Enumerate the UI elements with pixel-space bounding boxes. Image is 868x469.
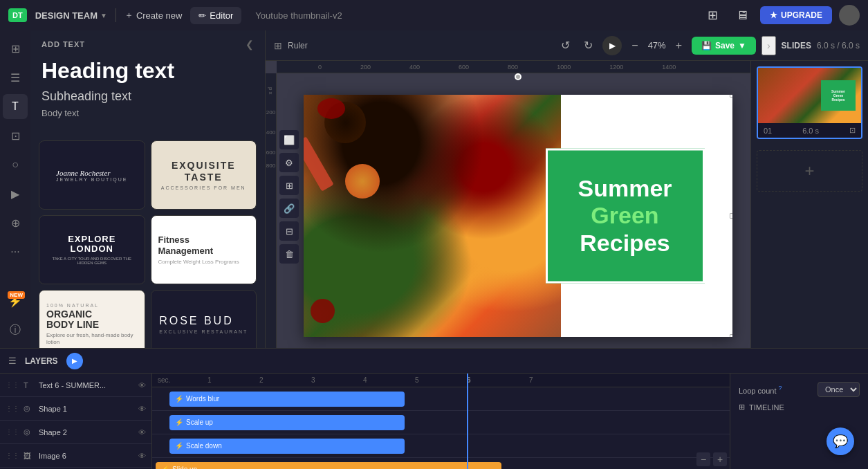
slide-01[interactable]: SummerGreenRecipes 01 6.0 s ⊡: [757, 66, 862, 139]
color-tool-button[interactable]: ⬜: [279, 130, 299, 149]
template-card-fitness[interactable]: FitnessManagement Complete Weight Loss P…: [151, 215, 257, 284]
sidebar-item-grid[interactable]: ⊞: [3, 36, 28, 61]
team-name[interactable]: DESIGN TEAM ▼: [35, 10, 107, 21]
team-chevron-icon: ▼: [100, 12, 107, 19]
template-card-exquisite[interactable]: EXQUISITETASTE ACCESSORIES FOR MEN: [151, 140, 257, 210]
zoom-out-button[interactable]: −: [627, 37, 642, 55]
handle-mr[interactable]: [730, 213, 732, 219]
time-ruler: sec. 1 2 3 4 5 6 7: [152, 374, 730, 387]
recipe-text: Summer Green Recipes: [578, 175, 672, 256]
template-exquisite-sub: ACCESSORIES FOR MEN: [161, 185, 246, 190]
canvas-element[interactable]: Summer Green Recipes: [304, 95, 732, 337]
monitor-icon-btn[interactable]: ⊞: [702, 4, 724, 26]
slide-number: 01: [764, 127, 772, 135]
editor-button[interactable]: ✏ Editor: [190, 7, 241, 24]
play-button[interactable]: ▶: [602, 36, 622, 55]
layers-label: LAYERS: [25, 356, 58, 366]
sidebar-item-text[interactable]: T: [3, 94, 28, 119]
eye-icon-text6[interactable]: 👁: [138, 381, 146, 389]
text-panel: ADD TEXT ❮ Heading text Subheading text …: [30, 30, 266, 348]
layer-name-text6[interactable]: Text 6 - SUMMER...: [39, 381, 134, 389]
timeline-play-button[interactable]: ▶: [66, 353, 83, 369]
slides-label: SLIDES: [782, 41, 811, 50]
screen-icon-btn[interactable]: 🖥: [731, 4, 753, 26]
zoom-in-button[interactable]: +: [672, 37, 686, 55]
handle-br[interactable]: [730, 334, 732, 337]
drag-icon[interactable]: ⋮⋮: [6, 381, 19, 389]
drag-icon[interactable]: ⋮⋮: [6, 452, 19, 459]
panel-close-button[interactable]: ❮: [246, 39, 254, 50]
thumb-green-box: SummerGreenRecipes: [821, 80, 856, 111]
template-card-joanne[interactable]: Joanne Rochester JEWELRY BOUTIQUE: [39, 140, 145, 210]
sidebar-item-media[interactable]: ▶: [3, 181, 28, 206]
subheading-text-option[interactable]: Subheading text: [41, 89, 254, 104]
layers-list: ⋮⋮ T Text 6 - SUMMER... 👁 ⋮⋮ ◎ Shape 1 👁…: [0, 374, 152, 469]
recipe-box[interactable]: Summer Green Recipes: [546, 148, 705, 283]
create-new-button[interactable]: ＋ Create new: [124, 9, 182, 21]
chat-button[interactable]: 💬: [827, 427, 854, 455]
timeline-right-panel: Loop count ? Once ⊞ TIMELINE: [730, 374, 868, 469]
track-bar-slide-up[interactable]: ⚡ Slide up: [156, 462, 501, 470]
timeline-label-btn[interactable]: ⊞ TIMELINE: [739, 403, 860, 412]
layers-tool-button[interactable]: ⊞: [279, 176, 299, 195]
template-card-explore[interactable]: EXPLORELONDON TAKE A CITY TOUR AND DISCO…: [39, 215, 145, 284]
layer-name-shape1[interactable]: Shape 1: [39, 405, 134, 413]
delete-tool-button[interactable]: 🗑: [279, 244, 299, 264]
chat-icon: 💬: [833, 434, 848, 449]
link-tool-button[interactable]: 🔗: [279, 199, 299, 218]
settings-tool-button[interactable]: ⚙: [279, 153, 299, 172]
sidebar-item-info[interactable]: ⓘ: [3, 318, 28, 342]
more-button[interactable]: ›: [761, 36, 776, 55]
template-organic-desc: Explore our fresh, hand-made body lotion: [46, 332, 138, 347]
undo-button[interactable]: ↺: [557, 36, 574, 55]
sidebar-item-apps[interactable]: ⚡ NEW: [3, 288, 28, 313]
body-text-option[interactable]: Body text: [41, 108, 254, 118]
track-bar-scale-up[interactable]: ⚡ Scale up: [169, 415, 405, 430]
track-bar-words-blur[interactable]: ⚡ Words blur: [169, 392, 405, 407]
layer-row-image6: ⋮⋮ 🖼 Image 6 👁: [0, 444, 151, 468]
sidebar-item-elements[interactable]: ⊡: [3, 123, 28, 148]
eye-icon-shape1[interactable]: 👁: [138, 405, 146, 413]
main-area: ⊞ ☰ T ⊡ ○ ▶ ⊕ ··· ⚡ NEW ⓘ ADD TEXT ❮ Hea…: [0, 30, 868, 348]
timeline-header: ☰ LAYERS ▶: [0, 349, 868, 374]
drag-icon[interactable]: ⋮⋮: [6, 428, 19, 436]
eye-icon-image6[interactable]: 👁: [138, 452, 146, 460]
loop-count-select[interactable]: Once: [818, 382, 860, 397]
redo-button[interactable]: ↻: [580, 36, 597, 55]
add-slide-button[interactable]: +: [757, 150, 862, 192]
heading-text-option[interactable]: Heading text: [41, 58, 254, 84]
template-card-organic[interactable]: 100% NATURAL ORGANICBODY LINE Explore ou…: [39, 290, 145, 348]
playhead-indicator: [515, 73, 521, 80]
sidebar-item-brand[interactable]: ⊕: [3, 210, 28, 235]
upgrade-button[interactable]: ★ UPGRADE: [760, 6, 832, 24]
animation-icon: ⚡: [161, 466, 169, 469]
canvas-tools: ⬜ ⚙ ⊞ 🔗 ⊟ 🗑: [279, 130, 299, 264]
track-plus-button[interactable]: +: [713, 452, 727, 466]
handle-tr[interactable]: [730, 95, 732, 98]
track-bar-scale-down[interactable]: ⚡ Scale down: [169, 439, 405, 454]
avatar[interactable]: [839, 5, 860, 26]
sidebar-item-layers[interactable]: ☰: [3, 65, 28, 90]
time-label-5: 5: [415, 376, 419, 384]
slide-options-icon[interactable]: ⊡: [849, 126, 856, 135]
sidebar-item-more[interactable]: ···: [3, 239, 28, 264]
template-organic-title: ORGANICBODY LINE: [46, 309, 138, 331]
layer-name-image6[interactable]: Image 6: [39, 452, 134, 460]
eye-icon-shape2[interactable]: 👁: [138, 428, 146, 436]
canvas-stage[interactable]: Summer Green Recipes: [293, 89, 742, 342]
slides-time: 6.0 s / 6.0 s: [817, 41, 860, 50]
layer-name-shape2[interactable]: Shape 2: [39, 428, 134, 436]
logo: DT: [8, 8, 27, 22]
canvas-section: ⊞ Ruler ↺ ↻ ▶ − 47% + 💾 Save ▼ › SLIDES …: [266, 30, 868, 348]
canvas-workspace[interactable]: 0 200 400 600 800 1000 1200 1400 px 200 …: [266, 61, 750, 348]
template-card-rosebud[interactable]: ROSE BUD EXCLUSIVE RESTAURANT: [151, 290, 257, 348]
save-button[interactable]: 💾 Save ▼: [692, 37, 756, 55]
slides-panel: SummerGreenRecipes 01 6.0 s ⊡ +: [750, 61, 868, 348]
layer-row-shape2: ⋮⋮ ◎ Shape 2 👁: [0, 421, 151, 444]
template-rosebud-title: ROSE BUD: [159, 315, 248, 327]
track-minus-button[interactable]: −: [696, 452, 710, 466]
drag-icon[interactable]: ⋮⋮: [6, 405, 19, 412]
sidebar-item-search[interactable]: ○: [3, 152, 28, 177]
align-tool-button[interactable]: ⊟: [279, 221, 299, 241]
track-row-4: ⚡ Slide up: [152, 458, 730, 469]
